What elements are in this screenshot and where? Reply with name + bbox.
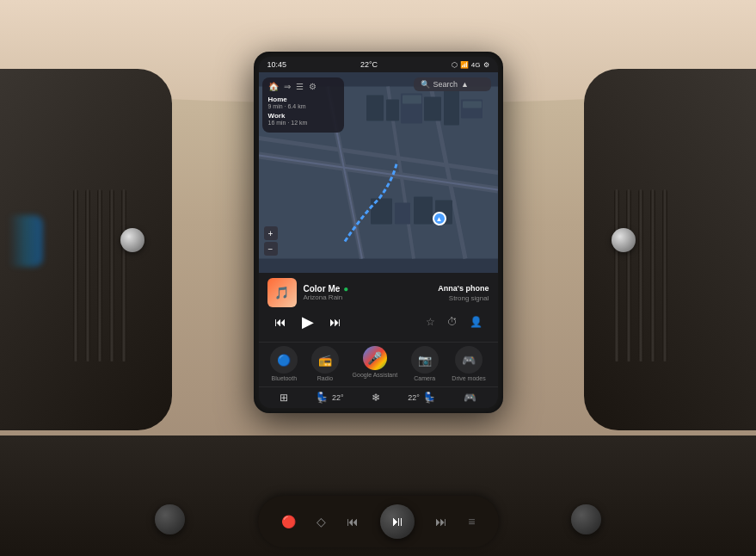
svg-rect-18 bbox=[403, 96, 421, 104]
zoom-in-button[interactable]: + bbox=[264, 226, 278, 240]
quick-camera[interactable]: 📷 Camera bbox=[411, 346, 439, 381]
status-time: 10:45 bbox=[267, 60, 287, 69]
nav-home-label: Home bbox=[268, 96, 338, 103]
track-artist: Arizona Rain bbox=[304, 293, 349, 301]
volume-knob-right[interactable] bbox=[571, 504, 601, 534]
bluetooth-quick-icon: 🔵 bbox=[270, 346, 298, 374]
seat-temp-left-control[interactable]: 💺 22° bbox=[316, 392, 344, 404]
vent-slat bbox=[121, 189, 126, 361]
play-btn-area: ⏮ ▶ ⏭ bbox=[274, 312, 341, 331]
vent-slat bbox=[109, 189, 114, 361]
apps-control[interactable]: ⊞ bbox=[280, 392, 288, 404]
quick-google-assistant[interactable]: 🎤 Google Assistant bbox=[353, 346, 398, 381]
search-icon: 🔍 bbox=[421, 80, 430, 89]
album-art-icon: 🎵 bbox=[274, 286, 289, 300]
drive-modes-label: Drive modes bbox=[452, 375, 485, 381]
svg-rect-11 bbox=[424, 97, 441, 121]
nav-home-icon[interactable]: 🏠 bbox=[268, 82, 279, 91]
steering-icon: 🎮 bbox=[464, 392, 476, 404]
nav-list-icon[interactable]: ☰ bbox=[296, 82, 304, 91]
chevron-up-icon: ▲ bbox=[461, 80, 469, 89]
console-prev-btn[interactable]: ⏮ bbox=[347, 515, 359, 528]
vent-slat bbox=[614, 189, 619, 361]
nav-route-icon[interactable]: ⇒ bbox=[284, 82, 291, 91]
nav-work-label: Work bbox=[268, 112, 338, 120]
svg-rect-8 bbox=[366, 96, 384, 121]
nav-destination-home: Home 9 min · 6.4 km bbox=[268, 96, 338, 109]
console-play-icon: ⏯ bbox=[390, 514, 404, 529]
vent-slat bbox=[85, 189, 90, 361]
bottom-controls-bar: ⊞ 💺 22° ❄ 22° 💺 🎮 bbox=[259, 386, 498, 408]
extra-controls: ☆ ⏱ 👤 bbox=[426, 316, 482, 328]
seat-right-icon: 💺 bbox=[423, 392, 436, 404]
track-info: Color Me ● Arizona Rain bbox=[304, 284, 349, 301]
status-bar: 10:45 22°C ⬡ 📶 4G ⚙ bbox=[259, 57, 498, 72]
nav-settings-icon[interactable]: ⚙ bbox=[309, 82, 317, 91]
svg-rect-16 bbox=[414, 197, 433, 225]
svg-rect-15 bbox=[395, 203, 410, 225]
right-knob[interactable] bbox=[612, 228, 636, 252]
wifi-status-icon: 📶 bbox=[460, 61, 469, 69]
quick-access-row: 🔵 Bluetooth 📻 Radio 🎤 Google Assistant 📷… bbox=[259, 342, 498, 386]
media-info-row: 🎵 Color Me ● Arizona Rain Anna's phone S… bbox=[267, 278, 489, 307]
nav-work-time: 16 min · 12 km bbox=[268, 120, 338, 126]
apps-icon: ⊞ bbox=[280, 392, 288, 404]
console-vol-btn[interactable]: 🔴 bbox=[281, 515, 296, 528]
recent-button[interactable]: ⏱ bbox=[447, 316, 458, 328]
right-panel bbox=[584, 69, 756, 430]
vent-slat bbox=[73, 189, 78, 361]
location-arrow-icon: ▲ bbox=[436, 215, 443, 223]
nav-icons-row: 🏠 ⇒ ☰ ⚙ bbox=[268, 82, 338, 91]
quick-bluetooth[interactable]: 🔵 Bluetooth bbox=[270, 346, 298, 381]
seat-temp-right-control[interactable]: 22° 💺 bbox=[408, 392, 436, 404]
screen-bezel: 10:45 22°C ⬡ 📶 4G ⚙ bbox=[254, 52, 503, 413]
map-zoom-controls: + − bbox=[264, 226, 278, 256]
bluetooth-status-icon: ⬡ bbox=[452, 61, 458, 69]
console-next-btn[interactable]: ⏭ bbox=[435, 515, 447, 528]
status-temp: 22°C bbox=[360, 60, 378, 69]
album-art: 🎵 bbox=[267, 278, 297, 307]
console-play-pause-button[interactable]: ⏯ bbox=[380, 504, 415, 539]
drive-modes-icon: 🎮 bbox=[455, 346, 482, 374]
zoom-out-button[interactable]: − bbox=[264, 242, 278, 256]
radio-quick-label: Radio bbox=[317, 375, 333, 381]
nav-destination-work: Work 16 min · 12 km bbox=[268, 112, 338, 126]
fan-icon: ❄ bbox=[372, 392, 380, 404]
contacts-button[interactable]: 👤 bbox=[470, 316, 482, 328]
left-knob[interactable] bbox=[120, 228, 144, 252]
vent-slat bbox=[626, 189, 631, 361]
quick-drive-modes[interactable]: 🎮 Drive modes bbox=[452, 346, 485, 381]
map-search-bar[interactable]: 🔍 Search ▲ bbox=[414, 77, 491, 91]
radio-quick-icon: 📻 bbox=[311, 346, 339, 374]
settings-icon[interactable]: ⚙ bbox=[483, 61, 489, 69]
seat-left-icon: 💺 bbox=[316, 392, 329, 404]
fan-control[interactable]: ❄ bbox=[372, 392, 380, 404]
seat-temp-right-value: 22° bbox=[408, 393, 420, 402]
next-button[interactable]: ⏭ bbox=[329, 315, 341, 329]
signal-label: Strong signal bbox=[449, 294, 489, 302]
console-menu-btn[interactable]: ◇ bbox=[317, 515, 326, 528]
center-console: 🔴 ◇ ⏮ ⏯ ⏭ ≡ bbox=[258, 496, 499, 547]
phone-label: Anna's phone bbox=[438, 284, 489, 293]
favorite-button[interactable]: ☆ bbox=[426, 316, 435, 328]
signal-4g-icon: 4G bbox=[471, 61, 481, 69]
volume-knob-left[interactable] bbox=[155, 504, 185, 534]
prev-button[interactable]: ⏮ bbox=[274, 315, 286, 329]
steering-control[interactable]: 🎮 bbox=[464, 392, 476, 404]
camera-quick-label: Camera bbox=[414, 375, 435, 381]
playback-controls: ⏮ ▶ ⏭ ☆ ⏱ 👤 bbox=[267, 312, 489, 331]
spotify-icon: ● bbox=[343, 284, 348, 293]
svg-rect-12 bbox=[444, 91, 459, 126]
play-button[interactable]: ▶ bbox=[302, 312, 314, 331]
search-label: Search bbox=[433, 80, 458, 89]
vent-right bbox=[614, 181, 683, 370]
media-right: Anna's phone Strong signal bbox=[438, 284, 489, 302]
vent-slat bbox=[97, 189, 102, 361]
console-extra-btn[interactable]: ≡ bbox=[468, 515, 475, 528]
infotainment-screen: 10:45 22°C ⬡ 📶 4G ⚙ bbox=[259, 57, 498, 408]
map-area[interactable]: 🔍 Search ▲ 🏠 ⇒ ☰ ⚙ Home 9 min · 6.4 km W… bbox=[259, 72, 498, 273]
svg-rect-9 bbox=[386, 100, 399, 121]
google-assistant-label: Google Assistant bbox=[353, 372, 398, 378]
quick-radio[interactable]: 📻 Radio bbox=[311, 346, 339, 381]
seat-temp-left-value: 22° bbox=[332, 393, 344, 402]
